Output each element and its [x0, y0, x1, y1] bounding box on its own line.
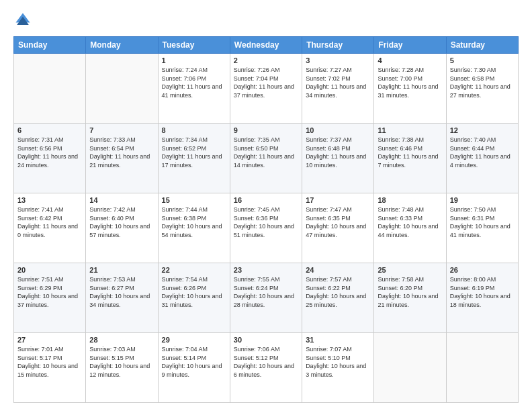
- calendar-cell: 3Sunrise: 7:27 AMSunset: 7:02 PMDaylight…: [302, 54, 374, 124]
- day-info: Sunrise: 7:54 AMSunset: 6:26 PMDaylight:…: [162, 275, 226, 309]
- calendar-cell: 21Sunrise: 7:53 AMSunset: 6:27 PMDayligh…: [86, 263, 158, 333]
- calendar-cell: 13Sunrise: 7:41 AMSunset: 6:42 PMDayligh…: [14, 193, 86, 263]
- day-info: Sunrise: 7:47 AMSunset: 6:35 PMDaylight:…: [306, 205, 370, 239]
- calendar-cell: 19Sunrise: 7:50 AMSunset: 6:31 PMDayligh…: [446, 193, 518, 263]
- calendar-cell: 11Sunrise: 7:38 AMSunset: 6:46 PMDayligh…: [374, 124, 446, 193]
- day-info: Sunrise: 7:57 AMSunset: 6:22 PMDaylight:…: [306, 275, 370, 309]
- day-info: Sunrise: 7:38 AMSunset: 6:46 PMDaylight:…: [378, 136, 442, 169]
- calendar-cell: [374, 333, 446, 403]
- day-info: Sunrise: 7:01 AMSunset: 5:17 PMDaylight:…: [17, 345, 82, 379]
- calendar-day-header: Saturday: [446, 37, 518, 54]
- day-number: 12: [450, 126, 515, 134]
- calendar-day-header: Wednesday: [230, 37, 302, 54]
- day-info: Sunrise: 7:45 AMSunset: 6:36 PMDaylight:…: [234, 205, 298, 239]
- day-info: Sunrise: 7:55 AMSunset: 6:24 PMDaylight:…: [234, 275, 298, 309]
- day-number: 10: [306, 126, 370, 134]
- day-number: 4: [378, 56, 442, 64]
- day-number: 29: [162, 336, 226, 344]
- day-info: Sunrise: 7:30 AMSunset: 6:58 PMDaylight:…: [450, 66, 515, 99]
- calendar-cell: 6Sunrise: 7:31 AMSunset: 6:56 PMDaylight…: [14, 124, 86, 193]
- calendar-day-header: Friday: [374, 37, 446, 54]
- calendar-cell: 26Sunrise: 8:00 AMSunset: 6:19 PMDayligh…: [446, 263, 518, 333]
- day-info: Sunrise: 7:26 AMSunset: 7:04 PMDaylight:…: [234, 66, 298, 99]
- calendar-cell: 1Sunrise: 7:24 AMSunset: 7:06 PMDaylight…: [158, 54, 230, 124]
- day-number: 23: [234, 266, 298, 274]
- calendar-day-header: Sunday: [14, 37, 86, 54]
- day-info: Sunrise: 7:27 AMSunset: 7:02 PMDaylight:…: [306, 66, 370, 99]
- day-info: Sunrise: 7:48 AMSunset: 6:33 PMDaylight:…: [378, 205, 442, 239]
- day-info: Sunrise: 7:35 AMSunset: 6:50 PMDaylight:…: [234, 136, 298, 169]
- day-number: 2: [234, 56, 298, 64]
- day-info: Sunrise: 8:00 AMSunset: 6:19 PMDaylight:…: [450, 275, 515, 309]
- day-number: 9: [234, 126, 298, 134]
- day-info: Sunrise: 7:50 AMSunset: 6:31 PMDaylight:…: [450, 205, 515, 239]
- day-info: Sunrise: 7:31 AMSunset: 6:56 PMDaylight:…: [17, 136, 82, 169]
- calendar-day-header: Monday: [86, 37, 158, 54]
- header: [13, 11, 519, 30]
- day-number: 5: [450, 56, 515, 64]
- day-number: 25: [378, 266, 442, 274]
- day-number: 8: [162, 126, 226, 134]
- calendar-cell: [14, 54, 86, 124]
- day-number: 18: [378, 196, 442, 204]
- calendar-cell: 5Sunrise: 7:30 AMSunset: 6:58 PMDaylight…: [446, 54, 518, 124]
- day-number: 22: [162, 266, 226, 274]
- page: SundayMondayTuesdayWednesdayThursdayFrid…: [0, 0, 532, 411]
- calendar-cell: 25Sunrise: 7:58 AMSunset: 6:20 PMDayligh…: [374, 263, 446, 333]
- day-info: Sunrise: 7:40 AMSunset: 6:44 PMDaylight:…: [450, 136, 515, 169]
- day-number: 1: [162, 56, 226, 64]
- calendar-cell: 12Sunrise: 7:40 AMSunset: 6:44 PMDayligh…: [446, 124, 518, 193]
- day-number: 7: [89, 126, 154, 134]
- day-number: 15: [162, 196, 226, 204]
- day-number: 6: [17, 126, 82, 134]
- day-number: 28: [89, 336, 154, 344]
- calendar-cell: 8Sunrise: 7:34 AMSunset: 6:52 PMDaylight…: [158, 124, 230, 193]
- day-info: Sunrise: 7:33 AMSunset: 6:54 PMDaylight:…: [89, 136, 154, 169]
- day-number: 14: [89, 196, 154, 204]
- calendar-cell: 16Sunrise: 7:45 AMSunset: 6:36 PMDayligh…: [230, 193, 302, 263]
- calendar-cell: 28Sunrise: 7:03 AMSunset: 5:15 PMDayligh…: [86, 333, 158, 403]
- day-info: Sunrise: 7:07 AMSunset: 5:10 PMDaylight:…: [306, 345, 370, 379]
- calendar-cell: 23Sunrise: 7:55 AMSunset: 6:24 PMDayligh…: [230, 263, 302, 333]
- day-number: 20: [17, 266, 82, 274]
- calendar-cell: 9Sunrise: 7:35 AMSunset: 6:50 PMDaylight…: [230, 124, 302, 193]
- day-info: Sunrise: 7:41 AMSunset: 6:42 PMDaylight:…: [17, 205, 82, 239]
- day-info: Sunrise: 7:03 AMSunset: 5:15 PMDaylight:…: [89, 345, 154, 379]
- calendar-cell: 27Sunrise: 7:01 AMSunset: 5:17 PMDayligh…: [14, 333, 86, 403]
- day-number: 19: [450, 196, 515, 204]
- day-info: Sunrise: 7:34 AMSunset: 6:52 PMDaylight:…: [162, 136, 226, 169]
- day-number: 21: [89, 266, 154, 274]
- calendar-header-row: SundayMondayTuesdayWednesdayThursdayFrid…: [14, 37, 519, 54]
- calendar-week-row: 6Sunrise: 7:31 AMSunset: 6:56 PMDaylight…: [14, 124, 519, 193]
- day-number: 24: [306, 266, 370, 274]
- calendar-day-header: Thursday: [302, 37, 374, 54]
- calendar-cell: 2Sunrise: 7:26 AMSunset: 7:04 PMDaylight…: [230, 54, 302, 124]
- calendar-cell: 24Sunrise: 7:57 AMSunset: 6:22 PMDayligh…: [302, 263, 374, 333]
- day-info: Sunrise: 7:51 AMSunset: 6:29 PMDaylight:…: [17, 275, 82, 309]
- calendar-cell: 30Sunrise: 7:06 AMSunset: 5:12 PMDayligh…: [230, 333, 302, 403]
- day-info: Sunrise: 7:53 AMSunset: 6:27 PMDaylight:…: [89, 275, 154, 309]
- calendar-cell: 22Sunrise: 7:54 AMSunset: 6:26 PMDayligh…: [158, 263, 230, 333]
- calendar-cell: 15Sunrise: 7:44 AMSunset: 6:38 PMDayligh…: [158, 193, 230, 263]
- day-info: Sunrise: 7:44 AMSunset: 6:38 PMDaylight:…: [162, 205, 226, 239]
- day-number: 3: [306, 56, 370, 64]
- day-info: Sunrise: 7:06 AMSunset: 5:12 PMDaylight:…: [234, 345, 298, 379]
- day-info: Sunrise: 7:04 AMSunset: 5:14 PMDaylight:…: [162, 345, 226, 379]
- day-number: 16: [234, 196, 298, 204]
- day-number: 13: [17, 196, 82, 204]
- day-number: 26: [450, 266, 515, 274]
- calendar-cell: [86, 54, 158, 124]
- day-number: 11: [378, 126, 442, 134]
- calendar-cell: 31Sunrise: 7:07 AMSunset: 5:10 PMDayligh…: [302, 333, 374, 403]
- day-number: 27: [17, 336, 82, 344]
- day-number: 30: [234, 336, 298, 344]
- calendar-cell: 4Sunrise: 7:28 AMSunset: 7:00 PMDaylight…: [374, 54, 446, 124]
- calendar-cell: 10Sunrise: 7:37 AMSunset: 6:48 PMDayligh…: [302, 124, 374, 193]
- calendar-cell: 29Sunrise: 7:04 AMSunset: 5:14 PMDayligh…: [158, 333, 230, 403]
- day-info: Sunrise: 7:42 AMSunset: 6:40 PMDaylight:…: [89, 205, 154, 239]
- day-number: 17: [306, 196, 370, 204]
- calendar-cell: 14Sunrise: 7:42 AMSunset: 6:40 PMDayligh…: [86, 193, 158, 263]
- calendar-table: SundayMondayTuesdayWednesdayThursdayFrid…: [13, 36, 519, 403]
- logo: [13, 11, 35, 30]
- day-info: Sunrise: 7:24 AMSunset: 7:06 PMDaylight:…: [162, 66, 226, 99]
